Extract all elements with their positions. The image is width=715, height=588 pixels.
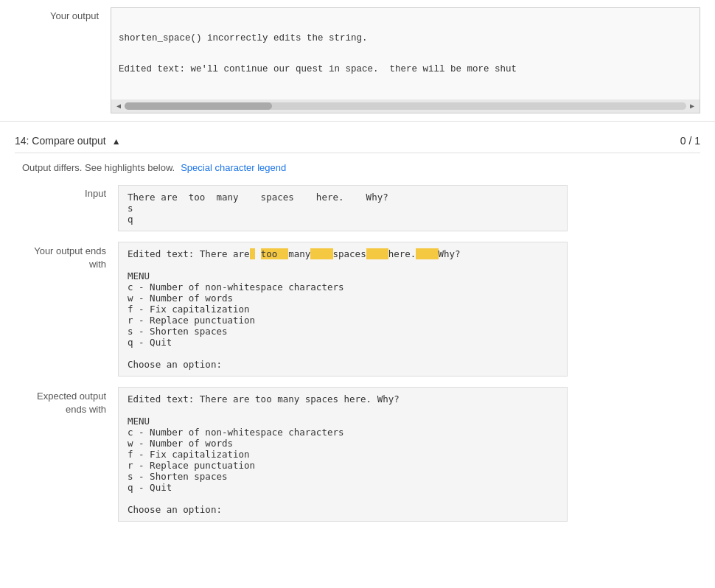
input-row: Input There are too many spaces here. Wh…	[15, 185, 700, 231]
your-output-ends-code-box: Edited text: There are too many spaces h…	[118, 242, 568, 377]
your-output-ends-row: Your output ends with Edited text: There…	[15, 242, 700, 377]
expected-output-code-box: Edited text: There are too many spaces h…	[118, 387, 568, 522]
scrollbar-thumb[interactable]	[125, 102, 272, 110]
expected-output-label: Expected output ends with	[22, 387, 118, 416]
compare-header: 14: Compare output ▲ 0 / 1	[15, 129, 700, 153]
scrollbar-row: ◀ ▶	[111, 99, 700, 113]
highlight-too-text: too	[261, 248, 278, 259]
special-char-legend-link[interactable]: Special character legend	[181, 162, 286, 173]
your-output-ends-content: Edited text: There are too many spaces h…	[128, 248, 558, 370]
compare-title: 14: Compare output ▲	[15, 135, 121, 147]
page-container: Your output shorten_space() incorrectly …	[0, 0, 715, 588]
your-output-ends-label: Your output ends with	[22, 242, 118, 271]
highlight-why-gap	[416, 248, 438, 259]
chevron-up-icon[interactable]: ▲	[112, 136, 121, 147]
expected-output-row: Expected output ends with Edited text: T…	[15, 387, 700, 522]
scroll-right-icon[interactable]: ▶	[688, 102, 697, 111]
input-label: Input	[22, 185, 118, 199]
highlight-many-gap	[277, 248, 288, 259]
expected-output-content: Edited text: There are too many spaces h…	[128, 393, 558, 515]
compare-section: 14: Compare output ▲ 0 / 1 Output differ…	[0, 122, 715, 539]
scroll-left-icon[interactable]: ◀	[114, 102, 123, 111]
highlight-here-gap	[366, 248, 388, 259]
highlight-spaces-gap	[310, 248, 332, 259]
input-content: There are too many spaces here. Why? s q	[128, 192, 558, 225]
output-differs-row: Output differs. See highlights below. Sp…	[15, 162, 700, 173]
compare-score: 0 / 1	[680, 135, 700, 147]
output-line2: Edited text: we'll continue our quest in…	[119, 64, 692, 74]
output-code-box: shorten_space() incorrectly edits the st…	[111, 7, 700, 113]
input-code-box: There are too many spaces here. Why? s q	[118, 185, 568, 231]
your-output-label: Your output	[15, 7, 111, 21]
your-output-section: Your output shorten_space() incorrectly …	[0, 0, 715, 122]
highlight-too-1	[250, 248, 256, 259]
scrollbar-track[interactable]	[125, 102, 686, 110]
output-line1: shorten_space() incorrectly edits the st…	[119, 33, 692, 43]
output-code-content: shorten_space() incorrectly edits the st…	[111, 8, 700, 99]
output-differs-text: Output differs. See highlights below.	[22, 162, 175, 173]
